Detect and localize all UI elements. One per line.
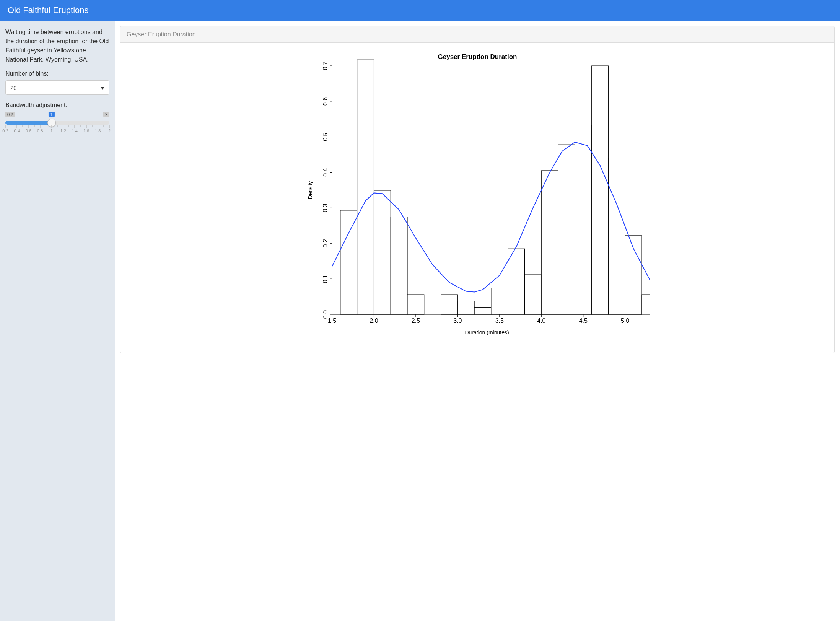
svg-text:Density: Density [307,181,313,199]
svg-rect-4 [391,217,407,314]
svg-rect-18 [642,295,650,314]
bins-group: Number of bins: 20 [5,70,109,95]
sidebar-description: Waiting time between eruptions and the d… [5,28,109,64]
svg-text:0.2: 0.2 [322,239,329,247]
svg-text:2.5: 2.5 [412,318,420,324]
caret-down-icon [101,84,104,91]
bins-value: 20 [10,85,17,91]
svg-text:5.0: 5.0 [621,318,629,324]
svg-rect-3 [374,190,391,314]
svg-rect-12 [541,171,558,314]
slider-labels: 0.2 1 2 [5,112,109,119]
app-container: Waiting time between eruptions and the d… [0,21,840,621]
svg-text:3.0: 3.0 [453,318,462,324]
bandwidth-group: Bandwidth adjustment: 0.2 1 2 0.20.40.60… [5,102,109,135]
svg-text:1.5: 1.5 [328,318,336,324]
svg-rect-1 [340,210,357,314]
svg-rect-17 [625,236,642,314]
svg-rect-14 [575,125,592,314]
svg-text:3.5: 3.5 [495,318,504,324]
slider-track[interactable] [5,121,109,125]
svg-text:0.4: 0.4 [322,168,329,176]
navbar-title: Old Faithful Eruptions [8,5,89,15]
slider-ticks: 0.20.40.60.811.21.41.61.82 [5,125,109,135]
sidebar: Waiting time between eruptions and the d… [0,21,115,621]
svg-text:0.7: 0.7 [322,62,329,70]
slider-min-badge: 0.2 [5,112,15,117]
svg-rect-11 [525,275,542,314]
svg-rect-7 [457,301,474,314]
svg-text:4.5: 4.5 [579,318,588,324]
panel-body: Geyser Eruption Duration1.52.02.53.03.54… [120,43,834,353]
main-panel: Geyser Eruption Duration Geyser Eruption… [120,26,835,353]
bins-select[interactable]: 20 [5,80,109,95]
svg-rect-2 [357,60,374,314]
bandwidth-label: Bandwidth adjustment: [5,102,109,109]
svg-text:0.3: 0.3 [322,204,329,212]
main: Geyser Eruption Duration Geyser Eruption… [115,21,840,621]
svg-rect-8 [474,307,491,314]
svg-rect-6 [441,295,458,314]
svg-rect-13 [558,145,575,314]
svg-rect-15 [592,66,609,314]
svg-rect-10 [508,249,525,314]
bandwidth-slider[interactable]: 0.2 1 2 0.20.40.60.811.21.41.61.82 [5,112,109,135]
svg-text:2.0: 2.0 [370,318,378,324]
svg-text:Geyser Eruption Duration: Geyser Eruption Duration [438,53,517,60]
svg-text:0.6: 0.6 [322,97,329,106]
svg-text:4.0: 4.0 [537,318,545,324]
panel-header: Geyser Eruption Duration [120,26,834,43]
svg-text:0.5: 0.5 [322,132,329,141]
bins-label: Number of bins: [5,70,109,77]
svg-rect-5 [407,295,424,314]
navbar: Old Faithful Eruptions [0,0,840,21]
histogram-chart: Geyser Eruption Duration1.52.02.53.03.54… [305,50,650,341]
svg-text:Duration (minutes): Duration (minutes) [465,329,509,335]
svg-text:0.0: 0.0 [322,310,329,319]
svg-text:0.1: 0.1 [322,275,329,283]
slider-value-badge: 1 [49,112,55,117]
svg-rect-16 [608,158,625,315]
slider-fill [5,121,52,125]
svg-rect-9 [491,288,508,314]
slider-max-badge: 2 [103,112,109,117]
